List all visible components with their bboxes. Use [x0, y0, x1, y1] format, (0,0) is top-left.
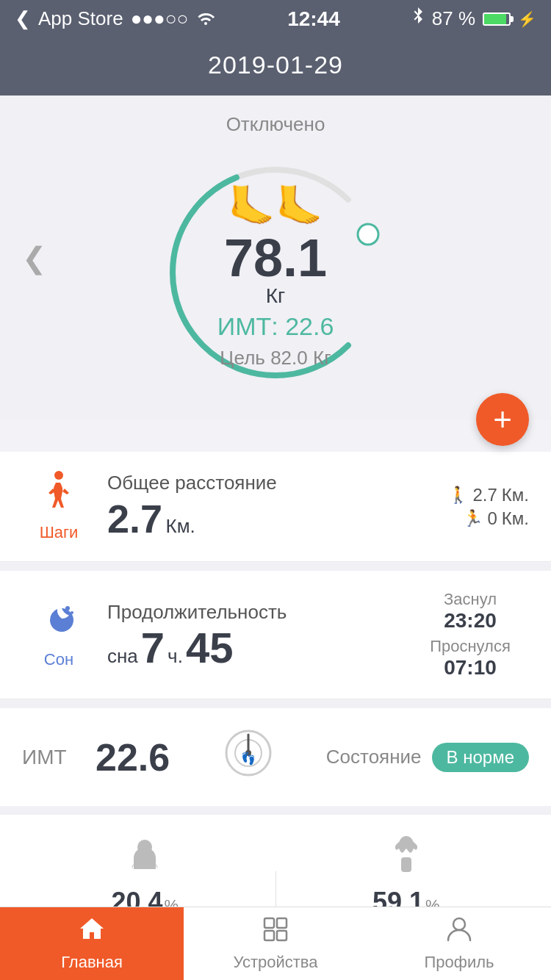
carrier-label: App Store [38, 7, 123, 30]
walk-stat: 🚶 2.7 Км. [448, 485, 529, 505]
cards-container: Шаги Общее расстояние 2.7 Км. 🚶 2.7 Км. … [0, 452, 551, 980]
muscle-icon [388, 832, 425, 884]
sleep-hours: 7 [141, 627, 165, 669]
svg-point-3 [54, 471, 63, 480]
sleep-minutes: 45 [186, 627, 234, 669]
steps-label: Шаги [40, 523, 79, 542]
bluetooth-icon [411, 7, 425, 31]
date-title: 2019-01-29 [208, 51, 343, 79]
sleep-icon-col: Сон [22, 601, 96, 669]
steps-icon-col: Шаги [22, 471, 96, 542]
svg-text:👣: 👣 [241, 752, 256, 765]
battery-percent: 87 % [432, 7, 475, 30]
fell-asleep-time: 23:20 [411, 609, 529, 633]
weight-unit: Кг [266, 284, 286, 307]
tab-profile[interactable]: Профиль [367, 907, 551, 980]
svg-point-5 [71, 611, 73, 614]
battery-icon [483, 12, 511, 26]
bmi-status-section: Состояние В норме [326, 743, 529, 772]
steps-stats: 🚶 2.7 Км. 🏃 0 Км. [411, 485, 529, 529]
time-display: 12:44 [287, 7, 340, 31]
fat-icon [126, 832, 163, 884]
steps-distance-value: 2.7 [107, 497, 162, 541]
run-stat: 🏃 0 Км. [463, 508, 529, 529]
signal-dots: ●●●○○ [131, 7, 189, 30]
back-arrow-icon: ❮ [15, 7, 31, 30]
run-icon: 🏃 [463, 509, 483, 528]
tab-profile-label: Профиль [425, 953, 494, 972]
sleep-icon [40, 601, 78, 647]
wifi-icon [195, 7, 216, 30]
weight-value: 78.1 [224, 228, 327, 287]
woke-up-label: Проснулся [411, 637, 529, 656]
status-bar: ❮ App Store ●●●○○ 12:44 87 % ⚡ [0, 0, 551, 37]
svg-point-2 [358, 224, 378, 245]
disabled-label: Отключено [226, 113, 325, 136]
svg-rect-14 [277, 918, 287, 928]
svg-rect-13 [264, 918, 274, 928]
svg-rect-16 [277, 931, 287, 940]
tab-bar: Главная Устройства Профиль [0, 907, 551, 980]
sleep-duration-display: сна 7 ч. 45 [107, 627, 411, 669]
weight-section: Отключено ❮ 🦶🦶 78.1 Кг ИМТ: 22.6 Цель 8 [0, 96, 551, 419]
bmi-card: ИМТ 22.6 👣 Состояние В норме [0, 708, 551, 806]
steps-main: Общее расстояние 2.7 Км. [96, 472, 411, 541]
tab-devices[interactable]: Устройства [184, 907, 367, 980]
divider-1 [0, 563, 551, 571]
sleep-label: Сон [44, 650, 73, 669]
status-right: 87 % ⚡ [411, 7, 536, 31]
sleep-title: Продолжительность [107, 601, 411, 624]
sleep-card: Сон Продолжительность сна 7 ч. 45 Заснул… [0, 571, 551, 699]
home-icon [78, 915, 106, 950]
goal-display: Цель 82.0 Кг [213, 347, 338, 370]
divider-2 [0, 701, 551, 708]
svg-rect-15 [264, 931, 274, 940]
svg-point-17 [453, 918, 465, 930]
woke-up-stat: Проснулся 07:10 [411, 637, 529, 680]
status-left: ❮ App Store ●●●○○ [15, 7, 216, 30]
bmi-status-badge: В норме [432, 743, 529, 772]
charging-icon: ⚡ [518, 10, 536, 28]
svg-rect-12 [401, 857, 411, 872]
steps-distance-unit: Км. [166, 515, 195, 537]
steps-card: Шаги Общее расстояние 2.7 Км. 🚶 2.7 Км. … [0, 452, 551, 562]
divider-3 [0, 807, 551, 815]
plus-icon: + [493, 401, 512, 438]
sleep-times: Заснул 23:20 Проснулся 07:10 [411, 590, 529, 680]
steps-title: Общее расстояние [107, 472, 411, 494]
steps-value-display: 2.7 Км. [107, 497, 411, 541]
feet-icon: 🦶🦶 [213, 184, 338, 228]
bmi-label: ИМТ [22, 746, 81, 769]
woke-up-time: 07:10 [411, 656, 529, 680]
bmi-status-label: Состояние [326, 746, 422, 768]
walk-icon: 🚶 [448, 486, 468, 505]
sleep-hours-unit: ч. [168, 645, 183, 668]
weight-display: 78.1 Кг [213, 231, 338, 308]
weight-gauge: 🦶🦶 78.1 Кг ИМТ: 22.6 Цель 82.0 Кг [151, 148, 400, 397]
devices-icon [262, 915, 289, 950]
sleep-duration-label: сна [107, 645, 138, 668]
page-header: 2019-01-29 [0, 37, 551, 96]
bmi-display: ИМТ: 22.6 [213, 312, 338, 341]
gauge-content: 🦶🦶 78.1 Кг ИМТ: 22.6 Цель 82.0 Кг [213, 184, 338, 370]
walking-icon [41, 471, 76, 520]
tab-devices-label: Устройства [233, 953, 317, 972]
svg-point-4 [65, 606, 70, 610]
profile-icon [445, 915, 473, 950]
add-button[interactable]: + [476, 393, 529, 446]
fell-asleep-label: Заснул [411, 590, 529, 609]
nav-prev-button[interactable]: ❮ [22, 241, 47, 275]
bmi-number: 22.6 [96, 735, 170, 779]
tab-home[interactable]: Главная [0, 907, 184, 980]
bmi-gauge-icon: 👣 [184, 727, 311, 787]
sleep-main: Продолжительность сна 7 ч. 45 [96, 601, 411, 669]
fell-asleep-stat: Заснул 23:20 [411, 590, 529, 633]
tab-home-label: Главная [61, 953, 123, 972]
